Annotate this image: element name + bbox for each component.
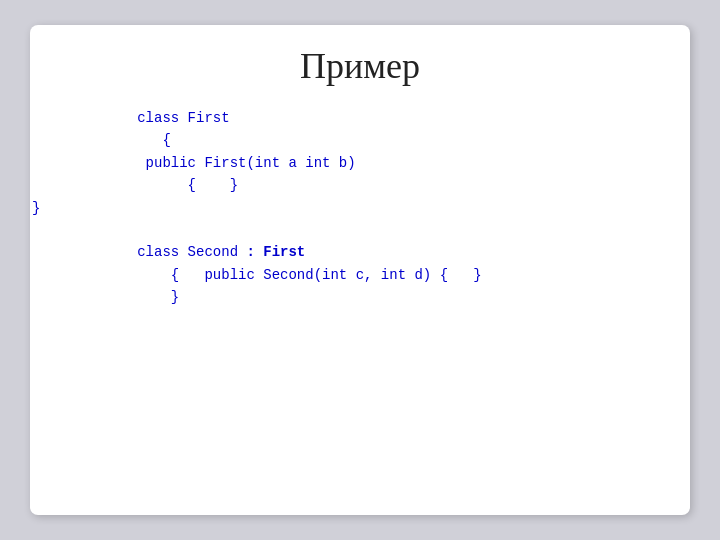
- code-line-6: [70, 219, 660, 241]
- code-line-1: class First: [70, 107, 660, 129]
- code-line-8: { public Second(int c, int d) { }: [70, 264, 660, 286]
- code-line-5: }: [32, 197, 660, 219]
- code-line-3: public First(int a int b): [70, 152, 660, 174]
- bold-first: : First: [246, 244, 305, 260]
- code-line-9: }: [70, 286, 660, 308]
- code-block: class First { public First(int a int b) …: [60, 107, 660, 309]
- slide: Пример class First { public First(int a …: [30, 25, 690, 515]
- code-line-4: { }: [70, 174, 660, 196]
- code-line-7: class Second : First: [70, 241, 660, 263]
- slide-title: Пример: [60, 45, 660, 87]
- code-line-2: {: [70, 129, 660, 151]
